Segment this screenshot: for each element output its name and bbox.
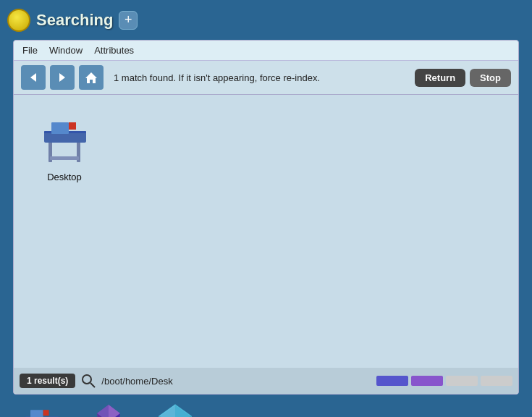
svg-rect-17 [30, 410, 43, 417]
svg-marker-27 [159, 405, 175, 417]
toolbar: 1 match found. If it isn't appearing, fo… [14, 61, 518, 95]
status-message: 1 match found. If it isn't appearing, fo… [108, 72, 410, 83]
results-count: 1 result(s) [20, 374, 75, 388]
back-button[interactable] [21, 65, 46, 90]
menu-attributes[interactable]: Attributes [94, 45, 134, 56]
content-area: Desktop [14, 95, 518, 368]
svg-marker-2 [85, 72, 97, 83]
new-tab-button[interactable]: + [119, 11, 138, 30]
forward-icon [56, 72, 68, 83]
svg-marker-0 [30, 73, 36, 82]
main-window: File Window Attributes 1 match found. If… [13, 40, 519, 395]
thumbnail-1[interactable] [13, 399, 71, 417]
home-icon [85, 71, 98, 84]
svg-line-11 [90, 383, 95, 387]
item-label: Desktop [47, 172, 82, 182]
thumb-icon-1 [19, 402, 65, 417]
thumbnail-2[interactable] [80, 399, 138, 417]
menu-file[interactable]: File [22, 45, 38, 56]
svg-rect-5 [50, 156, 79, 160]
svg-marker-9 [69, 122, 76, 130]
window-title: Searching [36, 11, 113, 30]
window-control[interactable] [7, 9, 30, 32]
color-block-1[interactable] [376, 376, 408, 386]
color-block-3[interactable] [446, 376, 478, 386]
title-bar: Searching + [0, 0, 532, 40]
status-bar: 1 result(s) /boot/home/Desk [14, 368, 518, 394]
color-block-2[interactable] [411, 376, 443, 386]
thumbnails-bar [0, 395, 532, 417]
return-button[interactable]: Return [415, 69, 465, 87]
search-path: /boot/home/Desk [101, 376, 371, 387]
svg-rect-8 [51, 122, 69, 134]
stop-button[interactable]: Stop [470, 69, 511, 87]
thumb-icon-3 [152, 402, 198, 417]
menu-bar: File Window Attributes [14, 41, 518, 61]
svg-marker-26 [175, 405, 191, 417]
search-icon [81, 374, 96, 388]
svg-point-10 [83, 375, 91, 384]
forward-button[interactable] [50, 65, 75, 90]
svg-marker-1 [59, 73, 65, 82]
color-block-4[interactable] [481, 376, 512, 386]
list-item[interactable]: Desktop [28, 109, 101, 182]
thumb-icon-2 [85, 402, 132, 417]
back-icon [28, 72, 39, 83]
svg-marker-18 [43, 410, 49, 416]
desktop-icon [35, 109, 93, 167]
menu-window[interactable]: Window [49, 45, 83, 56]
thumbnail-3[interactable] [146, 399, 204, 417]
home-button[interactable] [79, 65, 104, 90]
color-blocks [376, 376, 512, 386]
